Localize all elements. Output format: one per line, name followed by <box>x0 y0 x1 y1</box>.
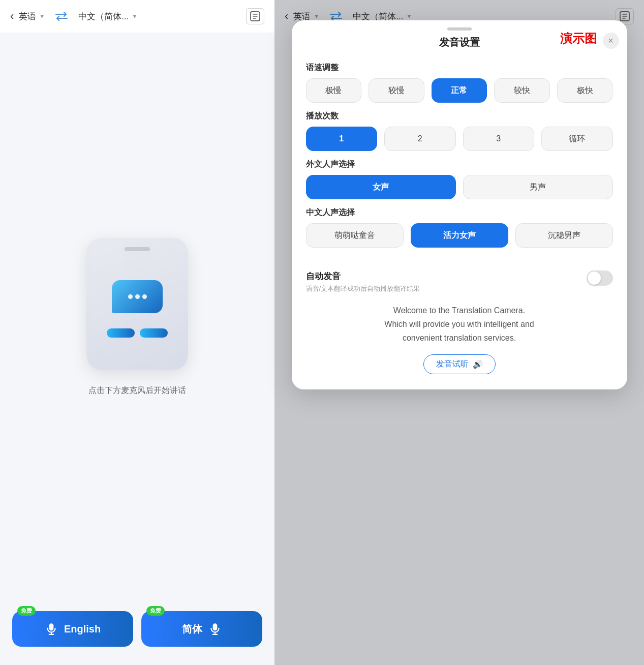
swap-icon <box>55 12 68 21</box>
chinese-mic-button[interactable]: 免费 简体 <box>141 611 262 647</box>
auto-play-title: 自动发音 <box>306 270 420 282</box>
close-icon: × <box>608 36 614 46</box>
preview-text: Welcome to the Translation Camera.Which … <box>292 298 627 350</box>
auto-play-text: 自动发音 语音/文本翻译成功后自动播放翻译结果 <box>306 270 420 293</box>
auto-play-toggle[interactable] <box>587 270 613 286</box>
chinese-voice-option-2[interactable]: 沉稳男声 <box>515 223 613 248</box>
chinese-voice-options-group: 萌萌哒童音 活力女声 沉稳男声 <box>292 223 627 251</box>
svg-rect-7 <box>213 623 218 630</box>
modal-close-button[interactable]: × <box>603 33 619 49</box>
playcount-section-label: 播放次数 <box>292 106 627 127</box>
speed-section-label: 语速调整 <box>292 57 627 78</box>
speed-options-group: 极慢 较慢 正常 较快 极快 <box>292 78 627 106</box>
listen-button[interactable]: 发音试听 🔊 <box>423 354 496 374</box>
dot-3 <box>142 294 147 299</box>
pronunciation-settings-modal: 发音设置 演示图 × 语速调整 极慢 较慢 正常 较快 极快 播放次数 1 2 … <box>292 20 627 389</box>
phone-bar-1 <box>107 328 135 338</box>
dot-1 <box>128 294 133 299</box>
dot-2 <box>135 294 140 299</box>
swap-language-button[interactable] <box>55 12 68 21</box>
phone-bar-2 <box>140 328 168 338</box>
listen-btn-wrap: 发音试听 🔊 <box>292 350 627 374</box>
playcount-options-group: 1 2 3 循环 <box>292 127 627 154</box>
foreign-voice-option-0[interactable]: 女声 <box>306 175 456 199</box>
chinese-btn-label: 简体 <box>182 622 202 636</box>
english-btn-label: English <box>64 623 101 635</box>
source-lang-arrow: ▼ <box>39 13 45 19</box>
free-badge-english: 免费 <box>17 606 36 616</box>
speed-option-2[interactable]: 正常 <box>432 78 487 103</box>
target-language-selector[interactable]: 中文（简体... ▼ <box>78 11 137 22</box>
preview-text-content: Welcome to the Translation Camera.Which … <box>384 306 534 342</box>
demo-watermark: 演示图 <box>560 31 597 47</box>
phone-illustration <box>86 238 188 370</box>
bottom-bar: 免费 English 免费 简体 <box>0 601 274 665</box>
phone-notch <box>125 247 150 251</box>
chat-bubble <box>112 280 163 313</box>
playcount-option-1[interactable]: 2 <box>384 127 456 151</box>
back-button[interactable]: ‹ <box>10 10 14 23</box>
left-panel: ‹ 英语 ▼ 中文（简体... ▼ <box>0 0 274 665</box>
free-badge-chinese: 免费 <box>146 606 165 616</box>
mic-icon-right <box>208 622 222 636</box>
left-header: ‹ 英语 ▼ 中文（简体... ▼ <box>0 0 274 33</box>
chinese-voice-option-1[interactable]: 活力女声 <box>411 223 508 248</box>
divider <box>306 258 613 258</box>
chat-dots <box>128 294 147 299</box>
right-panel: ‹ 英语 ▼ 中文（简体... ▼ <box>274 0 644 665</box>
modal-title: 发音设置 <box>439 36 480 49</box>
settings-button[interactable] <box>246 8 264 24</box>
modal-header: 发音设置 演示图 × <box>292 34 627 57</box>
chinese-voice-section-label: 中文人声选择 <box>292 202 627 223</box>
auto-play-row: 自动发音 语音/文本翻译成功后自动播放翻译结果 <box>292 265 627 298</box>
settings-icon <box>250 11 261 22</box>
playcount-option-0[interactable]: 1 <box>306 127 378 151</box>
speed-option-4[interactable]: 极快 <box>557 78 613 103</box>
chat-bubbles <box>112 280 163 313</box>
handle-bar <box>447 27 472 31</box>
phone-bars <box>107 328 168 338</box>
playcount-option-3[interactable]: 循环 <box>541 127 613 151</box>
svg-rect-4 <box>49 623 54 630</box>
foreign-voice-options-group: 女声 男声 <box>292 175 627 202</box>
target-lang-arrow: ▼ <box>132 13 137 19</box>
listen-icon: 🔊 <box>473 359 483 369</box>
playcount-option-2[interactable]: 3 <box>463 127 535 151</box>
hint-text: 点击下方麦克风后开始讲话 <box>88 385 186 396</box>
target-language-label: 中文（简体... <box>78 11 129 22</box>
auto-play-subtitle: 语音/文本翻译成功后自动播放翻译结果 <box>306 284 420 293</box>
english-mic-button[interactable]: 免费 English <box>12 611 133 647</box>
chinese-voice-option-0[interactable]: 萌萌哒童音 <box>306 223 404 248</box>
modal-overlay: 发音设置 演示图 × 语速调整 极慢 较慢 正常 较快 极快 播放次数 1 2 … <box>274 0 644 665</box>
left-content-area: 点击下方麦克风后开始讲话 <box>0 33 274 601</box>
source-language-selector[interactable]: 英语 ▼ <box>19 11 45 22</box>
speed-option-3[interactable]: 较快 <box>494 78 550 103</box>
speed-option-1[interactable]: 较慢 <box>369 78 424 103</box>
source-language-label: 英语 <box>19 11 36 22</box>
foreign-voice-option-1[interactable]: 男声 <box>463 175 613 199</box>
listen-label: 发音试听 <box>436 359 469 370</box>
speed-option-0[interactable]: 极慢 <box>306 78 362 103</box>
mic-icon-left <box>45 622 58 636</box>
foreign-voice-section-label: 外文人声选择 <box>292 154 627 175</box>
